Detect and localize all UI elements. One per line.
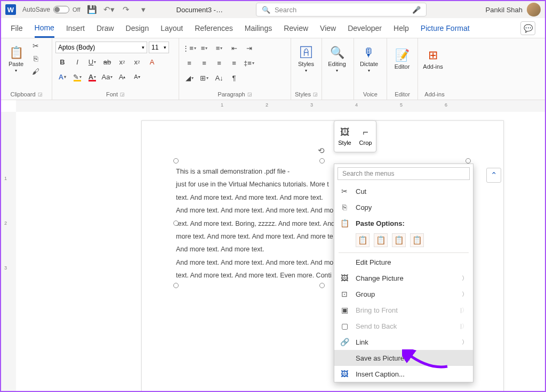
user-avatar[interactable]	[527, 3, 541, 17]
align-center-button[interactable]: ≡	[197, 56, 211, 69]
group-styles: 🄰Styles▾ Styles◲	[291, 38, 322, 100]
autosave-toggle[interactable]: AutoSave Off	[22, 6, 81, 13]
tab-help[interactable]: Help	[394, 20, 409, 37]
font-color-button[interactable]: A▾	[85, 70, 99, 83]
styles-dialog-icon[interactable]: ◲	[313, 92, 318, 97]
sort-button[interactable]: A↓	[212, 71, 226, 84]
italic-button[interactable]: I	[70, 55, 84, 68]
tab-insert[interactable]: Insert	[66, 20, 85, 37]
menu-link[interactable]: 🔗Link〉	[334, 334, 473, 350]
user-account[interactable]: Pankil Shah	[486, 3, 541, 17]
tab-layout[interactable]: Layout	[160, 20, 183, 37]
tab-developer[interactable]: Developer	[348, 20, 382, 37]
grow-font-button[interactable]: A▴	[115, 70, 129, 83]
resize-handle[interactable]	[465, 158, 471, 164]
menu-save-as-picture[interactable]: Save as Picture...	[334, 350, 473, 366]
menu-group[interactable]: ⊡Group〉	[334, 286, 473, 302]
menu-edit-picture[interactable]: Edit Picture	[334, 254, 473, 270]
editing-button[interactable]: 🔍Editing▾	[325, 40, 349, 78]
paragraph-dialog-icon[interactable]: ◲	[247, 92, 252, 97]
tab-design[interactable]: Design	[126, 20, 149, 37]
tab-mailings[interactable]: Mailings	[245, 20, 272, 37]
font-dialog-icon[interactable]: ◲	[120, 92, 125, 97]
styles-button[interactable]: 🄰Styles▾	[294, 40, 318, 78]
resize-handle[interactable]	[173, 220, 179, 226]
tab-home[interactable]: Home	[35, 19, 54, 38]
dictate-button[interactable]: 🎙Dictate▾	[357, 40, 381, 78]
format-painter-icon[interactable]: 🖌	[30, 66, 42, 77]
resize-handle[interactable]	[319, 283, 325, 288]
resize-handle[interactable]	[173, 283, 179, 288]
tab-draw[interactable]: Draw	[97, 20, 114, 37]
search-placeholder: Search	[275, 6, 296, 14]
addins-icon: ⊞	[428, 48, 438, 62]
comments-button[interactable]: 💬	[520, 21, 535, 35]
redo-icon[interactable]: ↷	[121, 5, 132, 14]
group-editor: 📝Editor Editor	[387, 38, 418, 100]
font-name-select[interactable]: Aptos (Body)▾	[55, 42, 147, 53]
tab-view[interactable]: View	[320, 20, 336, 37]
paste-button[interactable]: 📋 Paste ▾	[4, 40, 28, 78]
justify-button[interactable]: ≡	[227, 56, 241, 69]
align-right-button[interactable]: ≡	[212, 56, 226, 69]
menu-change-picture[interactable]: 🖼Change Picture〉	[334, 270, 473, 286]
editor-button[interactable]: 📝Editor	[390, 40, 414, 78]
clipboard-dialog-icon[interactable]: ◲	[38, 92, 43, 97]
show-marks-button[interactable]: ¶	[227, 71, 241, 84]
change-case-button[interactable]: Aa▾	[100, 70, 114, 83]
cut-icon[interactable]: ✂	[30, 40, 42, 51]
menu-search-input[interactable]: Search the menus	[338, 167, 470, 180]
rotate-handle-icon[interactable]: ⟲	[318, 146, 326, 154]
numbering-button[interactable]: ≡▾	[197, 42, 211, 54]
search-box[interactable]: 🔍 Search 🎤	[256, 3, 427, 17]
strikethrough-button[interactable]: ab	[100, 55, 114, 68]
paste-icon: 📋	[340, 219, 349, 227]
borders-button[interactable]: ⊞▾	[197, 71, 211, 84]
subscript-button[interactable]: x2	[115, 55, 129, 68]
tab-picture-format[interactable]: Picture Format	[421, 20, 470, 37]
addins-button[interactable]: ⊞Add-ins	[421, 40, 445, 78]
font-size-select[interactable]: 11▾	[149, 42, 169, 53]
menu-copy[interactable]: ⎘Copy	[334, 199, 473, 215]
tab-file[interactable]: File	[11, 20, 23, 37]
qat-dropdown-icon[interactable]: ▾	[138, 5, 149, 14]
bullets-button[interactable]: ⋮≡▾	[182, 42, 196, 54]
increase-indent-button[interactable]: ⇥	[242, 42, 256, 54]
line-spacing-button[interactable]: ‡≡▾	[242, 56, 256, 69]
paste-option-4[interactable]: 📋	[410, 233, 424, 247]
document-title[interactable]: Document3 -…	[176, 6, 223, 14]
horizontal-ruler[interactable]: 1 2 3 4 5 6	[1, 100, 545, 112]
vertical-ruler[interactable]: 1 2 3	[1, 112, 16, 391]
menu-insert-caption[interactable]: 🖼Insert Caption...	[334, 366, 473, 382]
tab-references[interactable]: References	[195, 20, 233, 37]
underline-button[interactable]: U▾	[85, 55, 99, 68]
styles-icon: 🄰	[300, 46, 312, 60]
save-icon[interactable]: 💾	[87, 5, 98, 14]
picture-style-button[interactable]: 🖼Style	[334, 121, 355, 152]
shading-button[interactable]: ◢▾	[182, 71, 196, 84]
clear-formatting-button[interactable]: A	[145, 55, 159, 68]
menu-send-to-back: ▢Send to Back|〉	[334, 318, 473, 334]
superscript-button[interactable]: x2	[130, 55, 144, 68]
resize-handle[interactable]	[173, 158, 179, 164]
resize-handle[interactable]	[319, 158, 325, 164]
toggle-switch-icon[interactable]	[53, 6, 69, 13]
paste-option-3[interactable]: 📋	[392, 233, 406, 247]
align-left-button[interactable]: ≡	[182, 56, 196, 69]
multilevel-button[interactable]: ≡▾	[212, 42, 226, 54]
crop-button[interactable]: ⌐Crop	[355, 121, 376, 152]
text-effects-button[interactable]: A▾	[55, 70, 69, 83]
bold-button[interactable]: B	[55, 55, 69, 68]
shrink-font-button[interactable]: A▾	[130, 70, 144, 83]
paste-option-1[interactable]: 📋	[356, 233, 370, 247]
menu-cut[interactable]: ✂Cut	[334, 183, 473, 199]
decrease-indent-button[interactable]: ⇤	[227, 42, 241, 54]
paste-icon: 📋	[9, 46, 23, 60]
microphone-icon[interactable]: 🎤	[412, 6, 421, 14]
layout-options-button[interactable]: ⌃	[486, 168, 501, 183]
undo-icon[interactable]: ↶▾	[104, 5, 115, 14]
copy-icon[interactable]: ⎘	[30, 53, 42, 64]
highlight-button[interactable]: ✎▾	[70, 70, 84, 83]
paste-option-2[interactable]: 📋	[374, 233, 388, 247]
tab-review[interactable]: Review	[284, 20, 308, 37]
